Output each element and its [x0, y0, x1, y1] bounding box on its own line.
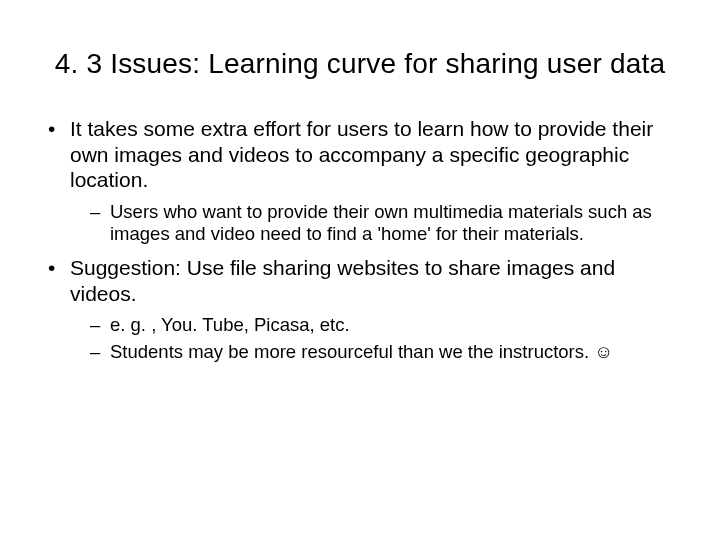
- slide: 4. 3 Issues: Learning curve for sharing …: [0, 0, 720, 540]
- bullet-list: It takes some extra effort for users to …: [44, 116, 684, 363]
- sub-list: e. g. , You. Tube, Picasa, etc. Students…: [88, 314, 684, 362]
- slide-title: 4. 3 Issues: Learning curve for sharing …: [36, 48, 684, 80]
- list-item: e. g. , You. Tube, Picasa, etc.: [88, 314, 684, 336]
- sub-bullet-text: Students may be more resourceful than we…: [110, 341, 613, 362]
- sub-list: Users who want to provide their own mult…: [88, 201, 684, 245]
- list-item: Suggestion: Use file sharing websites to…: [44, 255, 684, 363]
- list-item: Students may be more resourceful than we…: [88, 341, 684, 363]
- bullet-text: It takes some extra effort for users to …: [70, 117, 653, 191]
- sub-bullet-text: Users who want to provide their own mult…: [110, 201, 652, 244]
- sub-bullet-text: e. g. , You. Tube, Picasa, etc.: [110, 314, 350, 335]
- list-item: It takes some extra effort for users to …: [44, 116, 684, 245]
- bullet-text: Suggestion: Use file sharing websites to…: [70, 256, 615, 305]
- list-item: Users who want to provide their own mult…: [88, 201, 684, 245]
